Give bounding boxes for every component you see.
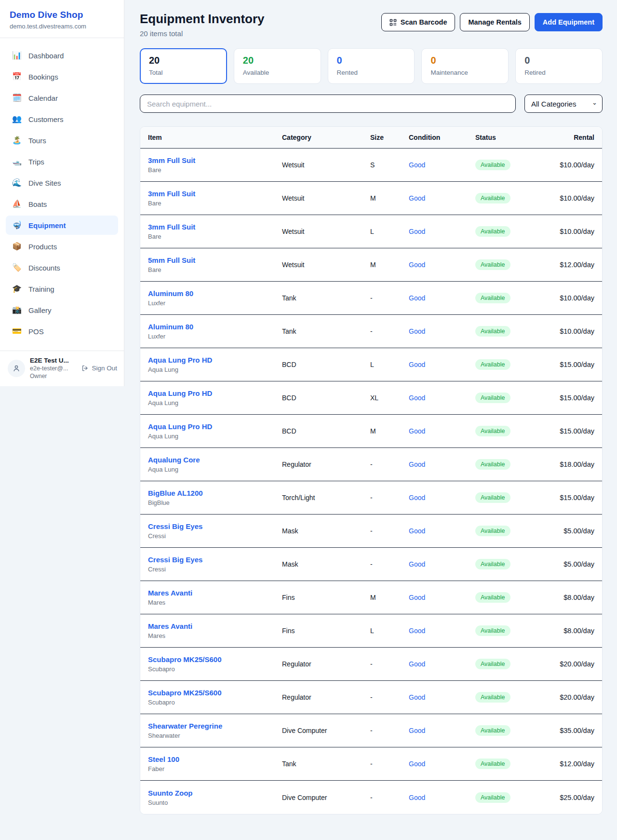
rental-cell: $10.00/day	[533, 161, 594, 169]
items-total-text: 20 items total	[140, 29, 265, 38]
stat-card-retired[interactable]: 0Retired	[515, 48, 603, 84]
item-name-link[interactable]: BigBlue AL1200	[148, 489, 282, 497]
sidebar-item-tours[interactable]: 🏝️Tours	[6, 131, 118, 150]
stat-card-maintenance[interactable]: 0Maintenance	[421, 48, 509, 84]
sidebar: Demo Dive Shop demo.test.divestreams.com…	[0, 0, 124, 386]
table-row: Shearwater PeregrineShearwaterDive Compu…	[140, 714, 602, 747]
sidebar-item-pos[interactable]: 💳POS	[6, 322, 118, 341]
item-brand: Bare	[148, 266, 282, 273]
item-name-link[interactable]: Steel 100	[148, 755, 282, 763]
stat-card-available[interactable]: 20Available	[234, 48, 321, 84]
sign-out-button[interactable]: Sign Out	[81, 365, 117, 372]
sidebar-item-label: Training	[28, 285, 54, 293]
item-name-link[interactable]: 3mm Full Suit	[148, 223, 282, 231]
condition-cell: Good	[409, 793, 475, 802]
sidebar-item-boats[interactable]: ⛵Boats	[6, 194, 118, 214]
item-name-link[interactable]: Mares Avanti	[148, 622, 282, 630]
status-badge: Available	[475, 659, 510, 669]
size-cell: M	[370, 261, 409, 269]
item-name-link[interactable]: 5mm Full Suit	[148, 256, 282, 264]
condition-link[interactable]: Good	[409, 427, 425, 435]
condition-cell: Good	[409, 294, 475, 302]
size-cell: -	[370, 693, 409, 701]
condition-link[interactable]: Good	[409, 327, 425, 335]
item-name-link[interactable]: Mares Avanti	[148, 589, 282, 597]
condition-link[interactable]: Good	[409, 228, 425, 235]
item-name-link[interactable]: Suunto Zoop	[148, 789, 282, 797]
sidebar-item-bookings[interactable]: 📅Bookings	[6, 67, 118, 86]
item-brand: Cressi	[148, 566, 282, 573]
item-name-link[interactable]: Shearwater Peregrine	[148, 722, 282, 730]
size-cell: M	[370, 194, 409, 202]
sidebar-item-dashboard[interactable]: 📊Dashboard	[6, 46, 118, 65]
item-name-link[interactable]: Cressi Big Eyes	[148, 555, 282, 564]
sidebar-item-discounts[interactable]: 🏷️Discounts	[6, 258, 118, 277]
stat-card-rented[interactable]: 0Rented	[328, 48, 415, 84]
item-name-link[interactable]: Aluminum 80	[148, 323, 282, 331]
table-body: 3mm Full SuitBareWetsuitSGoodAvailable$1…	[140, 149, 602, 814]
rental-cell: $15.00/day	[533, 361, 594, 368]
table-header-row: ItemCategorySizeConditionStatusRental	[140, 127, 602, 149]
item-cell: Cressi Big EyesCressi	[148, 555, 282, 573]
condition-link[interactable]: Good	[409, 161, 425, 169]
table-row: 5mm Full SuitBareWetsuitMGoodAvailable$1…	[140, 248, 602, 282]
condition-link[interactable]: Good	[409, 527, 425, 535]
item-name-link[interactable]: Cressi Big Eyes	[148, 522, 282, 530]
item-name-link[interactable]: Aqua Lung Pro HD	[148, 356, 282, 364]
condition-cell: Good	[409, 759, 475, 768]
condition-link[interactable]: Good	[409, 461, 425, 468]
sidebar-item-calendar[interactable]: 🗓️Calendar	[6, 88, 118, 108]
sidebar-item-label: Tours	[28, 136, 46, 145]
condition-link[interactable]: Good	[409, 727, 425, 734]
rental-cell: $10.00/day	[533, 327, 594, 335]
item-name-link[interactable]: Scubapro MK25/S600	[148, 689, 282, 697]
condition-link[interactable]: Good	[409, 394, 425, 402]
condition-link[interactable]: Good	[409, 261, 425, 269]
stat-card-total[interactable]: 20Total	[140, 48, 227, 84]
item-name-link[interactable]: Aqua Lung Pro HD	[148, 422, 282, 431]
sidebar-item-dive-sites[interactable]: 🌊Dive Sites	[6, 173, 118, 192]
item-name-link[interactable]: Aqualung Core	[148, 456, 282, 464]
sidebar-item-training[interactable]: 🎓Training	[6, 279, 118, 298]
status-badge: Available	[475, 559, 510, 569]
condition-link[interactable]: Good	[409, 693, 425, 701]
status-cell: Available	[475, 625, 533, 636]
table-row: Suunto ZoopSuuntoDive Computer-GoodAvail…	[140, 781, 602, 814]
status-cell: Available	[475, 160, 533, 170]
sidebar-item-customers[interactable]: 👥Customers	[6, 109, 118, 129]
condition-link[interactable]: Good	[409, 294, 425, 302]
scan-barcode-button[interactable]: Scan Barcode	[381, 13, 456, 31]
item-name-link[interactable]: 3mm Full Suit	[148, 156, 282, 164]
item-name-link[interactable]: Scubapro MK25/S600	[148, 655, 282, 664]
search-input[interactable]	[140, 95, 516, 113]
sidebar-item-trips[interactable]: 🛥️Trips	[6, 152, 118, 171]
condition-link[interactable]: Good	[409, 627, 425, 635]
sidebar-item-label: Boats	[28, 200, 47, 208]
user-role: Owner	[30, 373, 77, 379]
sidebar-item-products[interactable]: 📦Products	[6, 237, 118, 256]
item-name-link[interactable]: 3mm Full Suit	[148, 190, 282, 198]
item-name-link[interactable]: Aluminum 80	[148, 289, 282, 298]
item-name-link[interactable]: Aqua Lung Pro HD	[148, 389, 282, 397]
add-equipment-button[interactable]: Add Equipment	[535, 13, 603, 31]
sidebar-item-equipment[interactable]: 🤿Equipment	[6, 216, 118, 235]
condition-link[interactable]: Good	[409, 560, 425, 568]
category-select[interactable]: All Categories	[524, 95, 603, 113]
condition-link[interactable]: Good	[409, 760, 425, 768]
sidebar-item-gallery[interactable]: 📸Gallery	[6, 300, 118, 320]
manage-rentals-button[interactable]: Manage Rentals	[460, 13, 529, 31]
condition-link[interactable]: Good	[409, 660, 425, 668]
category-cell: Regulator	[282, 461, 370, 468]
status-badge: Available	[475, 526, 510, 536]
table-row: Scubapro MK25/S600ScubaproRegulator-Good…	[140, 648, 602, 681]
status-cell: Available	[475, 293, 533, 303]
item-brand: Bare	[148, 200, 282, 207]
size-cell: -	[370, 294, 409, 302]
item-cell: Aqua Lung Pro HDAqua Lung	[148, 356, 282, 373]
condition-link[interactable]: Good	[409, 361, 425, 368]
condition-link[interactable]: Good	[409, 594, 425, 601]
condition-link[interactable]: Good	[409, 794, 425, 801]
category-cell: Dive Computer	[282, 794, 370, 801]
condition-link[interactable]: Good	[409, 494, 425, 501]
condition-link[interactable]: Good	[409, 194, 425, 202]
